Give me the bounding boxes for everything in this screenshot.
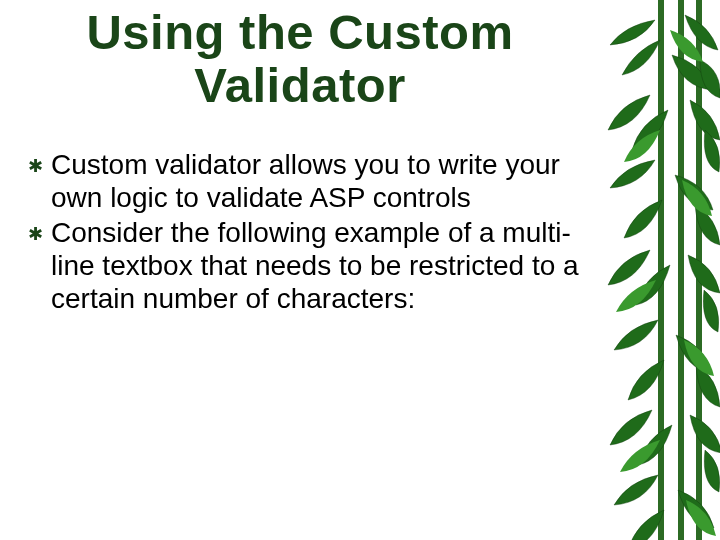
bullet-text: Consider the following example of a mult… xyxy=(51,216,588,315)
list-item: ✱ Consider the following example of a mu… xyxy=(28,216,588,315)
bamboo-decoration xyxy=(600,0,720,540)
svg-rect-1 xyxy=(678,0,684,540)
bullet-text: Custom validator allows you to write you… xyxy=(51,148,588,214)
asterisk-icon: ✱ xyxy=(28,220,43,248)
list-item: ✱ Custom validator allows you to write y… xyxy=(28,148,588,214)
slide: Using the Custom Validator ✱ Custom vali… xyxy=(0,0,720,540)
svg-rect-2 xyxy=(696,0,702,540)
asterisk-icon: ✱ xyxy=(28,152,43,180)
slide-title: Using the Custom Validator xyxy=(0,6,600,112)
svg-rect-0 xyxy=(658,0,664,540)
slide-body: ✱ Custom validator allows you to write y… xyxy=(28,148,588,317)
